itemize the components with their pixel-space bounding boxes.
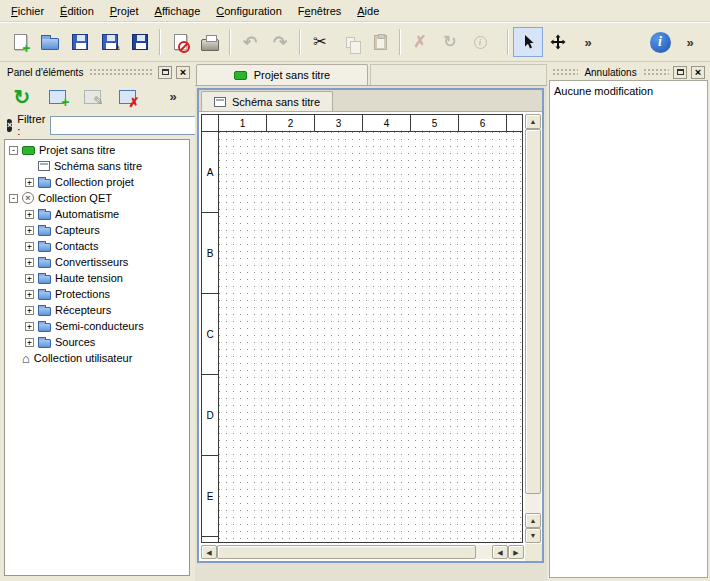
- expand-expander-icon[interactable]: [25, 258, 34, 267]
- new-element-button[interactable]: [44, 84, 70, 110]
- undo-panel-title: Annulations: [582, 67, 638, 78]
- menu-projet[interactable]: Projet: [102, 2, 147, 20]
- tree-item-protections[interactable]: Protections: [5, 286, 189, 302]
- home-icon: [22, 352, 30, 365]
- reload-collections-button[interactable]: [9, 84, 35, 110]
- copy-button[interactable]: [335, 27, 365, 57]
- tab-schema-sans-titre[interactable]: Schéma sans titre: [201, 91, 333, 111]
- dock-grip-handle[interactable]: [552, 68, 578, 77]
- menu-affichage[interactable]: Affichage: [147, 2, 209, 20]
- vertical-scroll-track[interactable]: [525, 129, 541, 513]
- collapse-expander-icon[interactable]: [9, 146, 18, 155]
- tree-item-semi-conducteurs[interactable]: Semi-conducteurs: [5, 318, 189, 334]
- float-panel-button[interactable]: [158, 66, 172, 79]
- menu-fenetres[interactable]: Fenêtres: [290, 2, 349, 20]
- delete-element-button[interactable]: [114, 84, 140, 110]
- expand-expander-icon[interactable]: [25, 178, 34, 187]
- main-toolbar: [0, 22, 710, 62]
- open-project-button[interactable]: [35, 27, 65, 57]
- undo-panel-header[interactable]: Annulations: [549, 64, 708, 80]
- vertical-scroll-thumb[interactable]: [525, 129, 541, 494]
- elements-panel-header[interactable]: Panel d'éléments: [2, 64, 193, 80]
- delete-button[interactable]: [405, 27, 435, 57]
- element-box-icon: [119, 90, 136, 104]
- move-view-button[interactable]: [543, 27, 573, 57]
- diagram-grid-canvas[interactable]: [219, 132, 522, 542]
- element-info-button[interactable]: [465, 27, 495, 57]
- tree-item-collection-projet[interactable]: Collection projet: [5, 174, 189, 190]
- cut-button[interactable]: [305, 27, 335, 57]
- tree-item-schema[interactable]: Schéma sans titre: [5, 158, 189, 174]
- expand-expander-icon[interactable]: [25, 306, 34, 315]
- redo-icon: [273, 34, 287, 51]
- tree-item-convertisseurs[interactable]: Convertisseurs: [5, 254, 189, 270]
- undo-button[interactable]: [235, 27, 265, 57]
- horizontal-scroll-track[interactable]: [217, 545, 492, 559]
- close-panel-button[interactable]: [176, 66, 190, 79]
- tree-item-contacts[interactable]: Contacts: [5, 238, 189, 254]
- expand-expander-icon[interactable]: [25, 322, 34, 331]
- close-panel-button[interactable]: [691, 66, 705, 79]
- schema-tab-bar: Schéma sans titre: [199, 90, 542, 112]
- expand-expander-icon[interactable]: [25, 338, 34, 347]
- row-header: B: [202, 213, 218, 294]
- schema-icon: [214, 97, 226, 107]
- toolbar-overflow-button[interactable]: [573, 27, 603, 57]
- menu-configuration[interactable]: Configuration: [208, 2, 290, 20]
- new-document-button[interactable]: [5, 27, 35, 57]
- tree-item-collection-qet[interactable]: Collection QET: [5, 190, 189, 206]
- reload-icon: [14, 87, 31, 107]
- tree-item-automatisme[interactable]: Automatisme: [5, 206, 189, 222]
- select-tool-button[interactable]: [513, 27, 543, 57]
- redo-button[interactable]: [265, 27, 295, 57]
- vertical-scrollbar[interactable]: [525, 114, 541, 543]
- scroll-up-button-secondary[interactable]: [525, 513, 541, 528]
- undo-history-list[interactable]: Aucune modification: [549, 80, 708, 578]
- expand-expander-icon[interactable]: [25, 242, 34, 251]
- toolbar-overflow-button-2[interactable]: [675, 27, 705, 57]
- save-all-button[interactable]: [125, 27, 155, 57]
- tree-item-capteurs[interactable]: Capteurs: [5, 222, 189, 238]
- float-panel-button[interactable]: [673, 66, 687, 79]
- paste-button[interactable]: [365, 27, 395, 57]
- menu-edition[interactable]: Édition: [52, 2, 102, 20]
- scroll-right-button[interactable]: [508, 545, 524, 559]
- panel-overflow-button[interactable]: [160, 84, 186, 110]
- info-blue-icon: [650, 32, 671, 53]
- filter-input[interactable]: [50, 116, 200, 135]
- scroll-up-button[interactable]: [525, 114, 541, 129]
- tree-item-collection-utilisateur[interactable]: Collection utilisateur: [5, 350, 189, 366]
- save-as-icon: [102, 34, 118, 50]
- scroll-left-button[interactable]: [201, 545, 217, 559]
- rotate-button[interactable]: [435, 27, 465, 57]
- tree-item-haute-tension[interactable]: Haute tension: [5, 270, 189, 286]
- menu-fichier[interactable]: Fichier: [3, 2, 52, 20]
- horizontal-scrollbar[interactable]: [201, 545, 524, 559]
- scroll-down-button[interactable]: [525, 528, 541, 543]
- clear-filter-icon[interactable]: [7, 119, 12, 132]
- horizontal-scroll-thumb[interactable]: [217, 545, 476, 559]
- tree-item-project[interactable]: Projet sans titre: [5, 142, 189, 158]
- expand-expander-icon[interactable]: [25, 210, 34, 219]
- about-info-button[interactable]: [645, 27, 675, 57]
- expand-expander-icon[interactable]: [25, 226, 34, 235]
- scroll-left-button-secondary[interactable]: [492, 545, 508, 559]
- tab-projet-sans-titre[interactable]: Projet sans titre: [196, 64, 368, 85]
- save-as-button[interactable]: [95, 27, 125, 57]
- row-header: E: [202, 456, 218, 537]
- collapse-expander-icon[interactable]: [9, 194, 18, 203]
- edit-element-button[interactable]: [79, 84, 105, 110]
- close-file-button[interactable]: [165, 27, 195, 57]
- save-button[interactable]: [65, 27, 95, 57]
- menu-aide[interactable]: Aide: [349, 2, 387, 20]
- toolbar-separator: [507, 29, 509, 55]
- tree-item-recepteurs[interactable]: Récepteurs: [5, 302, 189, 318]
- expand-expander-icon[interactable]: [25, 290, 34, 299]
- tree-item-sources[interactable]: Sources: [5, 334, 189, 350]
- expand-expander-icon[interactable]: [25, 274, 34, 283]
- plus-badge-icon: [61, 95, 69, 109]
- info-gray-icon: [474, 36, 487, 49]
- dock-grip-handle[interactable]: [643, 68, 669, 77]
- print-button[interactable]: [195, 27, 225, 57]
- dock-grip-handle[interactable]: [89, 68, 154, 77]
